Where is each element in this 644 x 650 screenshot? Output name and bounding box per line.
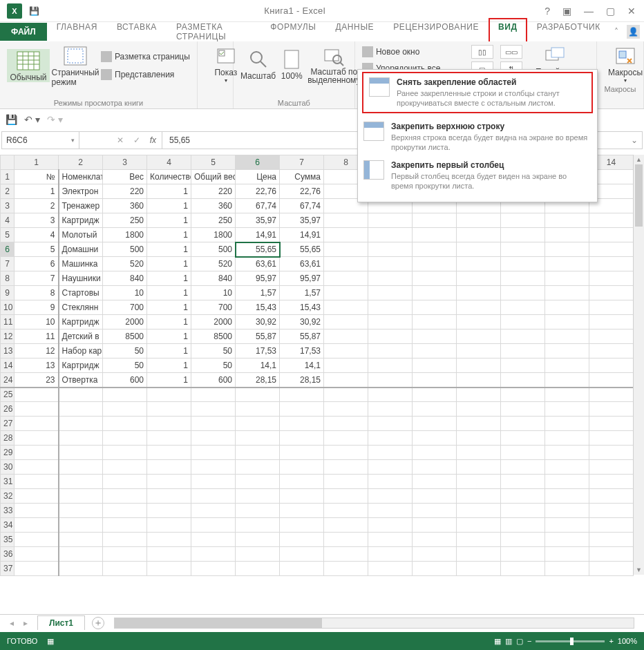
cell[interactable] xyxy=(236,518,280,533)
ribbon-options-icon[interactable]: ▣ xyxy=(562,6,571,17)
cell[interactable] xyxy=(457,402,501,417)
cell[interactable] xyxy=(457,271,501,286)
cell[interactable] xyxy=(368,388,413,402)
cell[interactable] xyxy=(191,518,236,533)
help-icon[interactable]: ? xyxy=(544,6,550,17)
cell[interactable] xyxy=(501,533,545,547)
row-header[interactable]: 32 xyxy=(1,489,15,504)
cell[interactable] xyxy=(589,213,634,228)
cell[interactable] xyxy=(147,460,191,475)
row-header[interactable]: 34 xyxy=(1,518,15,533)
cell[interactable] xyxy=(368,344,413,359)
cell[interactable] xyxy=(457,359,501,373)
cell[interactable] xyxy=(147,518,191,533)
cell[interactable] xyxy=(280,402,324,417)
cell[interactable] xyxy=(15,431,59,446)
column-header[interactable]: 2 xyxy=(59,155,103,170)
cell[interactable] xyxy=(103,417,147,431)
cell[interactable] xyxy=(589,417,634,431)
cell[interactable]: 700 xyxy=(103,300,147,315)
cell[interactable] xyxy=(324,489,368,504)
cell[interactable] xyxy=(103,431,147,446)
cell[interactable] xyxy=(589,388,634,402)
cell[interactable] xyxy=(501,242,545,257)
macro-record-icon[interactable]: ▦ xyxy=(47,637,54,646)
cell[interactable]: 1800 xyxy=(103,228,147,242)
cell[interactable]: 7 xyxy=(15,271,59,286)
cell[interactable] xyxy=(280,417,324,431)
cell[interactable]: 250 xyxy=(191,213,236,228)
cell[interactable] xyxy=(413,286,457,300)
cell[interactable] xyxy=(589,489,634,504)
cell[interactable] xyxy=(147,504,191,518)
normal-view-button[interactable]: Обычный xyxy=(7,49,50,82)
freeze-menu-item[interactable]: Снять закрепление областейРанее закрепле… xyxy=(362,72,593,113)
cell[interactable] xyxy=(147,489,191,504)
cell[interactable]: Отвертка xyxy=(59,373,103,388)
cell[interactable] xyxy=(15,460,59,475)
cell[interactable] xyxy=(457,286,501,300)
row-header[interactable]: 35 xyxy=(1,533,15,547)
cell[interactable] xyxy=(59,518,103,533)
sheet-nav-last-icon[interactable]: ▸ xyxy=(23,618,28,628)
cell[interactable]: 600 xyxy=(191,373,236,388)
cell[interactable]: 500 xyxy=(191,242,236,257)
cell[interactable]: 840 xyxy=(191,271,236,286)
cell[interactable]: 67,74 xyxy=(236,199,280,213)
cell[interactable]: 360 xyxy=(191,199,236,213)
cell[interactable] xyxy=(589,257,634,271)
row-header[interactable]: 6 xyxy=(1,242,15,257)
cell[interactable]: 8500 xyxy=(191,329,236,344)
cell[interactable]: 63,61 xyxy=(280,257,324,271)
cell[interactable] xyxy=(147,402,191,417)
cell[interactable] xyxy=(324,402,368,417)
cell[interactable]: 1 xyxy=(147,257,191,271)
scroll-thumb[interactable] xyxy=(635,164,643,227)
cell[interactable] xyxy=(589,518,634,533)
cell[interactable] xyxy=(59,547,103,562)
cell[interactable]: 50 xyxy=(191,359,236,373)
undo-icon[interactable]: ↶ ▾ xyxy=(24,114,40,125)
vertical-scrollbar[interactable]: ▲ ▼ xyxy=(633,155,644,575)
cell[interactable] xyxy=(236,417,280,431)
cell[interactable] xyxy=(15,562,59,576)
cell[interactable] xyxy=(457,344,501,359)
cell[interactable] xyxy=(457,446,501,460)
cell[interactable] xyxy=(368,446,413,460)
cell[interactable] xyxy=(280,489,324,504)
close-icon[interactable]: ✕ xyxy=(627,6,636,17)
cell[interactable] xyxy=(324,504,368,518)
cell[interactable] xyxy=(368,417,413,431)
cell[interactable] xyxy=(15,518,59,533)
cell[interactable] xyxy=(457,373,501,388)
cell[interactable] xyxy=(545,344,589,359)
cell[interactable] xyxy=(103,504,147,518)
cell[interactable] xyxy=(324,417,368,431)
cell[interactable] xyxy=(324,344,368,359)
freeze-menu-item[interactable]: Закрепить верхнюю строкуВерхняя строка в… xyxy=(358,117,597,156)
cell[interactable]: 1 xyxy=(147,242,191,257)
cell[interactable] xyxy=(59,431,103,446)
cell[interactable] xyxy=(191,547,236,562)
cell[interactable] xyxy=(589,460,634,475)
cell[interactable] xyxy=(457,388,501,402)
cell[interactable] xyxy=(368,228,413,242)
cell[interactable]: 55,65 xyxy=(280,242,324,257)
view-side-by-side-button[interactable]: ▭▭ xyxy=(500,44,522,59)
cell[interactable]: 10 xyxy=(103,286,147,300)
cell[interactable]: 12 xyxy=(15,344,59,359)
cell[interactable] xyxy=(59,475,103,489)
cell[interactable] xyxy=(368,271,413,286)
cell[interactable] xyxy=(236,460,280,475)
cell[interactable]: Количество xyxy=(147,170,191,184)
row-header[interactable]: 5 xyxy=(1,228,15,242)
cell[interactable] xyxy=(236,547,280,562)
cell[interactable] xyxy=(15,504,59,518)
cell[interactable]: 95,97 xyxy=(236,271,280,286)
cell[interactable] xyxy=(191,388,236,402)
cell[interactable]: 63,61 xyxy=(236,257,280,271)
cell[interactable]: 11 xyxy=(15,329,59,344)
cell[interactable] xyxy=(324,271,368,286)
column-header[interactable]: 1 xyxy=(15,155,59,170)
cell[interactable]: 1 xyxy=(147,300,191,315)
